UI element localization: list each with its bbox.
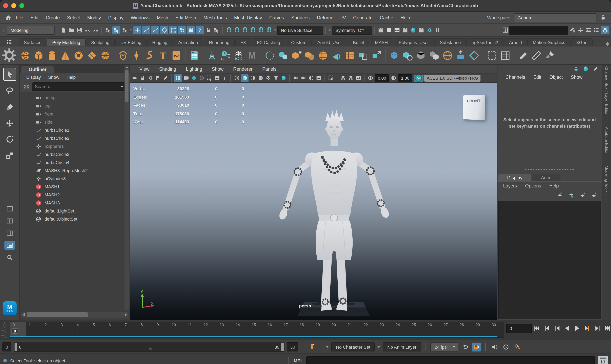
menu-edit[interactable]: Edit: [27, 15, 42, 20]
outliner-item-defaultLightSet[interactable]: defaultLightSet: [20, 207, 130, 215]
shelf-tab-polygons-user[interactable]: Polygons_User: [393, 38, 434, 46]
selection-mask-0-icon[interactable]: [133, 26, 142, 34]
layer-tab-anim[interactable]: Anim: [532, 174, 560, 182]
select-object-icon[interactable]: [112, 26, 120, 34]
outliner-horizontal-scrollbar[interactable]: [21, 312, 128, 318]
outliner-item-MASH3_ReproMesh2[interactable]: MASH3_ReproMesh2: [20, 167, 130, 175]
shelf-tab-motion-graphics[interactable]: Motion Graphics: [528, 38, 570, 46]
shelf-cube-icon[interactable]: [32, 48, 45, 63]
panel-menu-show[interactable]: Show: [207, 66, 228, 71]
selection-mask-3-icon[interactable]: [160, 26, 168, 34]
isolate-select-icon[interactable]: [327, 74, 335, 82]
range-slider-grip[interactable]: [149, 344, 152, 350]
highlight-selection-icon[interactable]: [212, 26, 220, 34]
shelf-dashbox-icon[interactable]: [485, 48, 499, 63]
textured-icon[interactable]: [257, 74, 264, 82]
exposure-field[interactable]: 0.00: [375, 74, 389, 82]
tool-settings-icon[interactable]: [592, 26, 600, 34]
shelf-window-icon[interactable]: [187, 48, 201, 63]
shelf-gear-icon[interactable]: [0, 46, 19, 65]
outliner-item-MASH2[interactable]: MASH2: [20, 191, 130, 199]
shelf-helix-icon[interactable]: [143, 48, 156, 63]
shelf-star-icon[interactable]: [130, 48, 143, 63]
modeling-toolkit-icon[interactable]: [568, 26, 576, 34]
outliner-item-nurbsCircle3[interactable]: nurbsCircle3: [20, 150, 130, 158]
outliner-item-MASH3[interactable]: MASH3: [20, 199, 130, 207]
chevron-down-icon[interactable]: [120, 84, 124, 89]
numeric-input-toggle-icon[interactable]: [501, 26, 509, 34]
shelf-platonic-icon[interactable]: [116, 48, 130, 63]
shelf-tab-xgen[interactable]: XGen: [571, 38, 593, 46]
shelf-disc-icon[interactable]: [99, 48, 112, 63]
outliner-item-MASH1[interactable]: MASH1: [20, 182, 130, 191]
render-settings-icon[interactable]: [401, 26, 409, 34]
side-tab-attribute-editor[interactable]: Attribute Editor: [604, 127, 609, 153]
xray-joints-icon[interactable]: [347, 74, 354, 82]
shelf-diamond-icon[interactable]: [468, 48, 481, 63]
playblast-icon[interactable]: [472, 342, 481, 351]
snap-grid-icon[interactable]: [225, 26, 233, 34]
pencil-icon[interactable]: [591, 65, 599, 73]
channel-box-menu-show[interactable]: Show: [567, 75, 586, 79]
menu-deform[interactable]: Deform: [313, 15, 336, 20]
move-layer-down-icon[interactable]: [567, 191, 575, 199]
outliner-menu-display[interactable]: Display: [23, 75, 44, 79]
outliner-item-front[interactable]: front: [20, 110, 130, 118]
shelf-tab-fx-caching[interactable]: FX Caching: [252, 38, 286, 46]
multisample-icon[interactable]: [307, 74, 315, 82]
outliner-menu-show[interactable]: Show: [45, 75, 63, 79]
go-to-end-button[interactable]: [602, 323, 611, 333]
fps-dropdown[interactable]: 24 fps: [430, 342, 458, 351]
shelf-cone-icon[interactable]: [59, 48, 72, 63]
snap-live-icon[interactable]: [265, 26, 273, 34]
anim-layer-caret[interactable]: [377, 346, 380, 348]
paint-select-tool[interactable]: [4, 101, 16, 113]
xray-icon[interactable]: [339, 74, 347, 82]
shelf-tab-surfaces[interactable]: Surfaces: [19, 38, 47, 46]
save-scene-icon[interactable]: [75, 26, 83, 34]
colorspace-field[interactable]: ACES 1.0 SDR-video (sRG: [424, 75, 481, 81]
camera-attributes-icon[interactable]: [146, 74, 154, 82]
shelf-ruler-icon[interactable]: [530, 48, 543, 63]
ipr-render-icon[interactable]: IPR: [393, 26, 401, 34]
snap-view-plane-icon[interactable]: [257, 26, 265, 34]
gamma-field[interactable]: 1.00: [398, 74, 412, 82]
selection-mask-1-icon[interactable]: [142, 26, 150, 34]
shelf-typeT-icon[interactable]: T: [156, 48, 170, 63]
shelf-cubeplus-icon[interactable]: [290, 48, 303, 63]
shelf-ballpair-icon[interactable]: [276, 48, 290, 63]
panel-menu-shading[interactable]: Shading: [155, 66, 181, 71]
shelf-clock2-icon[interactable]: [219, 48, 232, 63]
panel-menu-view[interactable]: View: [135, 66, 154, 71]
wireframe-icon[interactable]: [233, 74, 240, 82]
shelf-snow-icon[interactable]: 0,0,0: [232, 48, 245, 63]
snap-caret[interactable]: [273, 26, 277, 34]
shelf-boxarrow-icon[interactable]: [370, 48, 383, 63]
live-surface-field[interactable]: No Live Surface: [277, 26, 323, 35]
selection-mask-4-icon[interactable]: [169, 26, 177, 34]
image-plane-icon[interactable]: [162, 74, 169, 82]
channel-box-icon[interactable]: [601, 26, 609, 34]
outliner-menu-help[interactable]: Help: [63, 75, 79, 79]
panel-menu-panels[interactable]: Panels: [258, 66, 281, 71]
character-icon[interactable]: [572, 65, 580, 73]
screen-space-ao-icon[interactable]: [292, 74, 299, 82]
shelf-tab-fx[interactable]: FX: [235, 38, 251, 46]
layout-search-icon[interactable]: [4, 253, 15, 262]
character-set-caret[interactable]: [326, 346, 329, 348]
scale-tool[interactable]: [4, 149, 16, 162]
play-backwards-button[interactable]: [562, 323, 572, 333]
select-tool[interactable]: [3, 68, 16, 81]
lock-camera-icon[interactable]: [139, 74, 146, 82]
layout-two-pane-icon[interactable]: [4, 229, 15, 237]
shelf-pencil2-icon[interactable]: [516, 48, 530, 63]
range-slider[interactable]: 0 30: [14, 342, 285, 352]
shelf-mashM-icon[interactable]: M: [245, 48, 259, 63]
shelf-tab-animation[interactable]: Animation: [173, 38, 203, 46]
numeric-input-field[interactable]: [509, 26, 568, 35]
shelf-cubestack-icon[interactable]: [428, 48, 441, 63]
step-back-frame-button[interactable]: [542, 323, 552, 333]
layer-menu-options[interactable]: Options: [521, 184, 545, 188]
menu-windows[interactable]: Windows: [127, 15, 153, 20]
shelf-tab-bullet[interactable]: Bullet: [348, 38, 369, 46]
